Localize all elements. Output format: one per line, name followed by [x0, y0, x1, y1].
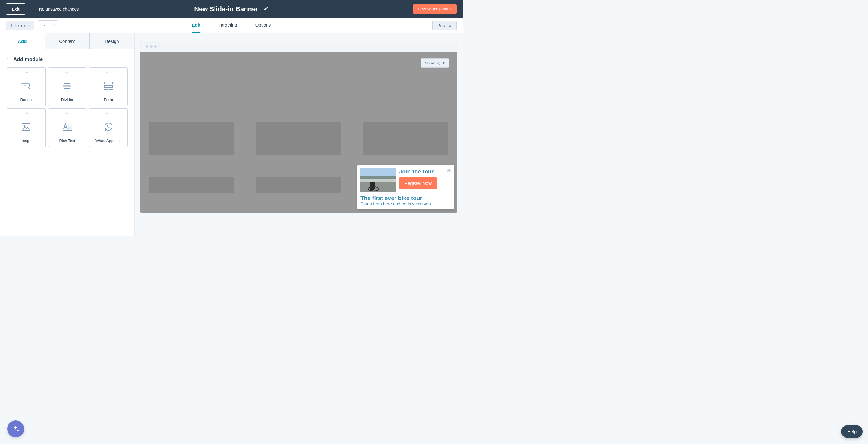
- module-label: Divider: [61, 97, 73, 106]
- tab-targeting[interactable]: Targeting: [218, 18, 237, 33]
- take-tour-button[interactable]: Take a tour: [6, 21, 34, 30]
- module-label: Form: [104, 97, 113, 106]
- drag-handle-icon: ::::::: [64, 111, 71, 115]
- app-header: Exit No unsaved changes New Slide-in Ban…: [0, 0, 463, 18]
- exit-button[interactable]: Exit: [6, 3, 25, 15]
- close-icon[interactable]: ✕: [446, 168, 452, 173]
- review-publish-button[interactable]: Review and publish: [413, 4, 457, 13]
- module-richtext[interactable]: :::::: Rich Text: [48, 108, 87, 147]
- form-icon: [104, 74, 113, 97]
- sidebar-tab-content[interactable]: Content: [45, 33, 90, 49]
- editor-body: Add Content Design Add module :::::: Aa: [0, 33, 463, 236]
- mock-card-placeholder: [150, 122, 235, 155]
- module-whatsapp[interactable]: :::::: WhatsApp Link: [89, 108, 128, 147]
- sidebar-tab-add[interactable]: Add: [0, 33, 45, 49]
- show-dropdown[interactable]: Show (0) ▼: [421, 58, 449, 67]
- svg-rect-6: [104, 85, 113, 87]
- browser-preview-frame: Show (0) ▼ ✕: [140, 41, 457, 213]
- caret-down-icon: ▼: [442, 61, 445, 64]
- pencil-icon[interactable]: [264, 6, 269, 12]
- unsaved-changes-link[interactable]: No unsaved changes: [39, 7, 79, 11]
- redo-button[interactable]: [48, 21, 58, 30]
- drag-handle-icon: ::::::: [23, 111, 30, 115]
- section-title: Add module: [13, 56, 43, 62]
- chevron-down-icon: [5, 57, 10, 62]
- tab-options[interactable]: Options: [255, 18, 271, 33]
- module-label: Image: [21, 139, 31, 147]
- canvas-area: Show (0) ▼ ✕: [135, 33, 463, 236]
- sidebar-tabs: Add Content Design: [0, 33, 134, 49]
- title-area: New Slide-in Banner: [194, 5, 269, 13]
- drag-handle-icon: ::::::: [105, 70, 112, 74]
- divider-icon: [61, 74, 73, 97]
- banner-cta-button[interactable]: Register Now: [399, 177, 437, 189]
- banner-subheading: The first ever bike tour: [361, 195, 450, 202]
- svg-rect-5: [104, 82, 113, 84]
- drag-handle-icon: ::::::: [105, 111, 112, 115]
- banner-top-row: Join the tour Register Now: [361, 168, 450, 192]
- module-label: WhatsApp Link: [95, 139, 121, 147]
- page-title: New Slide-in Banner: [194, 5, 258, 13]
- svg-rect-8: [109, 89, 113, 90]
- drag-handle-icon: ::::::: [23, 70, 30, 74]
- mock-hero-placeholder: [144, 52, 454, 103]
- sidebar-tab-design[interactable]: Design: [89, 33, 134, 49]
- mock-card-placeholder: [256, 122, 341, 155]
- sidebar: Add Content Design Add module :::::: Aa: [0, 33, 135, 236]
- undo-redo-group: [38, 20, 58, 30]
- whatsapp-icon: [104, 115, 113, 139]
- show-dropdown-label: Show (0): [425, 61, 440, 65]
- mock-card-placeholder: [256, 177, 341, 193]
- banner-body-text: Starts from here and ends when you....: [361, 202, 450, 206]
- slide-in-banner-preview[interactable]: ✕ Join the tour Register Now The first e…: [358, 165, 454, 209]
- mock-card-placeholder: [150, 177, 235, 193]
- button-icon: Aa: [21, 74, 31, 97]
- module-form[interactable]: :::::: Form: [89, 67, 128, 106]
- svg-rect-7: [104, 89, 108, 90]
- drag-handle-icon: ::::::: [64, 70, 71, 74]
- undo-button[interactable]: [38, 21, 48, 30]
- mock-row: [144, 122, 454, 155]
- banner-image: [361, 168, 396, 192]
- tab-edit[interactable]: Edit: [192, 18, 200, 33]
- module-divider[interactable]: :::::: Divider: [48, 67, 87, 106]
- main-tabs: Edit Targeting Options: [192, 18, 271, 33]
- svg-point-10: [24, 125, 25, 127]
- mock-page: Show (0) ▼ ✕: [141, 52, 457, 213]
- richtext-icon: [62, 115, 73, 139]
- module-image[interactable]: :::::: Image: [7, 108, 45, 147]
- module-button[interactable]: :::::: Aa Button: [7, 67, 45, 106]
- banner-right-col: Join the tour Register Now: [399, 168, 437, 189]
- preview-button[interactable]: Preview: [433, 21, 457, 30]
- image-icon: [22, 115, 30, 139]
- banner-heading: Join the tour: [399, 169, 437, 175]
- svg-text:Aa: Aa: [24, 85, 27, 86]
- module-label: Button: [21, 97, 32, 106]
- sub-header: Take a tour Edit Targeting Options Previ…: [0, 18, 463, 33]
- add-module-section-header[interactable]: Add module: [0, 49, 134, 67]
- module-grid: :::::: Aa Button ::::::: [0, 67, 134, 147]
- module-label: Rich Text: [59, 139, 75, 147]
- browser-window-dots: [141, 41, 457, 52]
- mock-card-placeholder: [363, 122, 448, 155]
